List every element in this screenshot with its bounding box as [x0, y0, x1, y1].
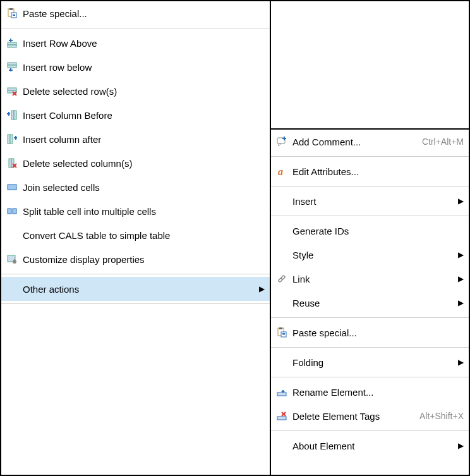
- submenu-arrow-icon: ▶: [456, 441, 464, 450]
- paste-special-item[interactable]: Paste special...: [1, 1, 270, 25]
- separator: [1, 28, 270, 28]
- menu-label: Join selected cells: [23, 182, 265, 193]
- svg-rect-6: [8, 45, 16, 47]
- svg-rect-17: [11, 111, 14, 119]
- svg-rect-8: [9, 40, 13, 41]
- menu-label: Delete selected row(s): [23, 86, 265, 97]
- insert-column-after-icon: [6, 133, 18, 145]
- svg-rect-3: [13, 14, 15, 15]
- menu-label: Edit Attributes...: [292, 166, 464, 177]
- svg-rect-41: [281, 275, 286, 279]
- link-icon: [276, 273, 287, 284]
- svg-rect-45: [282, 333, 285, 334]
- shortcut-text: Ctrl+Alt+M: [422, 137, 464, 147]
- svg-rect-47: [277, 393, 286, 396]
- menu-label: Link: [292, 274, 456, 284]
- delete-columns-icon: [6, 157, 18, 169]
- separator: [271, 156, 469, 157]
- submenu-arrow-icon: ▶: [456, 250, 464, 259]
- other-actions-item[interactable]: Other actions ▶: [1, 277, 270, 301]
- paste-special-icon: [276, 327, 287, 338]
- separator: [1, 303, 270, 304]
- svg-rect-30: [8, 209, 11, 214]
- svg-rect-46: [282, 334, 285, 335]
- menu-label: Folding: [292, 357, 456, 368]
- svg-rect-21: [8, 135, 10, 143]
- about-element-submenu-item[interactable]: About Element ▶: [271, 434, 469, 458]
- svg-rect-5: [8, 42, 16, 45]
- separator: [271, 347, 469, 348]
- menu-label: Insert: [292, 196, 456, 207]
- menu-label: Rename Element...: [292, 387, 464, 398]
- right-empty-panel: [270, 0, 470, 130]
- left-context-menu: Paste special... Insert Row Above Insert…: [0, 0, 271, 476]
- separator: [1, 274, 270, 274]
- edit-attributes-icon: a: [276, 166, 287, 177]
- delete-selected-rows-item[interactable]: Delete selected row(s): [1, 79, 270, 103]
- svg-rect-25: [9, 159, 11, 168]
- menu-label: Delete selected column(s): [23, 158, 265, 169]
- menu-label: Paste special...: [23, 8, 265, 19]
- submenu-arrow-icon: ▶: [257, 284, 265, 293]
- separator: [271, 317, 469, 318]
- insert-column-before-item[interactable]: Insert Column Before: [1, 103, 270, 127]
- folding-submenu-item[interactable]: Folding ▶: [271, 350, 469, 374]
- submenu-arrow-icon: ▶: [456, 298, 464, 307]
- split-cell-icon: [6, 205, 18, 217]
- svg-rect-22: [10, 135, 13, 143]
- customize-display-properties-item[interactable]: Customize display properties: [1, 247, 270, 271]
- insert-row-below-icon: [6, 61, 18, 73]
- separator: [271, 430, 469, 431]
- menu-label: Insert column after: [23, 134, 265, 145]
- delete-element-tags-item[interactable]: Delete Element Tags Alt+Shift+X: [271, 404, 469, 428]
- join-selected-cells-item[interactable]: Join selected cells: [1, 175, 270, 199]
- menu-label: About Element: [292, 441, 456, 451]
- menu-label: Customize display properties: [23, 254, 265, 265]
- svg-marker-36: [279, 143, 281, 146]
- svg-rect-29: [8, 185, 16, 190]
- menu-label: Generate IDs: [292, 226, 464, 236]
- svg-rect-20: [8, 112, 9, 116]
- link-submenu-item[interactable]: Link ▶: [271, 267, 469, 291]
- delete-selected-columns-item[interactable]: Delete selected column(s): [1, 151, 270, 175]
- paste-special-item-right[interactable]: Paste special...: [271, 320, 469, 345]
- svg-rect-4: [13, 15, 15, 16]
- menu-label: Convert CALS table to simple table: [23, 230, 265, 241]
- convert-cals-table-item[interactable]: Convert CALS table to simple table: [1, 223, 270, 247]
- add-comment-item[interactable]: Add Comment... Ctrl+Alt+M: [271, 130, 469, 154]
- generate-ids-item[interactable]: Generate IDs: [271, 219, 469, 243]
- insert-column-after-item[interactable]: Insert column after: [1, 127, 270, 151]
- menu-label: Other actions: [23, 284, 257, 295]
- menu-label: Split table cell into multiple cells: [23, 206, 265, 217]
- svg-rect-12: [9, 70, 13, 71]
- insert-submenu-item[interactable]: Insert ▶: [271, 189, 469, 213]
- svg-rect-9: [8, 63, 16, 65]
- style-submenu-item[interactable]: Style ▶: [271, 243, 469, 267]
- edit-attributes-item[interactable]: a Edit Attributes...: [271, 159, 469, 183]
- submenu-arrow-icon: ▶: [456, 358, 464, 367]
- svg-rect-18: [14, 111, 16, 119]
- separator: [271, 216, 469, 216]
- insert-row-above-icon: [6, 37, 18, 49]
- svg-rect-34: [14, 259, 15, 260]
- insert-row-below-item[interactable]: Insert row below: [1, 55, 270, 79]
- delete-element-tags-icon: [276, 410, 287, 422]
- insert-column-before-icon: [6, 109, 18, 121]
- customize-properties-icon: [6, 253, 18, 265]
- svg-rect-31: [13, 209, 16, 214]
- svg-rect-13: [8, 88, 16, 90]
- rename-element-icon: [276, 386, 287, 398]
- delete-rows-icon: [6, 85, 18, 97]
- svg-text:a: a: [278, 166, 283, 176]
- menu-label: Insert Column Before: [23, 110, 265, 121]
- menu-label: Insert row below: [23, 62, 265, 73]
- rename-element-item[interactable]: Rename Element...: [271, 380, 469, 404]
- submenu-arrow-icon: ▶: [456, 274, 464, 283]
- submenu-arrow-icon: ▶: [456, 197, 464, 205]
- svg-rect-43: [279, 327, 282, 329]
- split-table-cell-item[interactable]: Split table cell into multiple cells: [1, 199, 270, 223]
- menu-label: Style: [292, 250, 456, 260]
- svg-rect-10: [8, 65, 16, 68]
- reuse-submenu-item[interactable]: Reuse ▶: [271, 291, 469, 315]
- insert-row-above-item[interactable]: Insert Row Above: [1, 31, 270, 55]
